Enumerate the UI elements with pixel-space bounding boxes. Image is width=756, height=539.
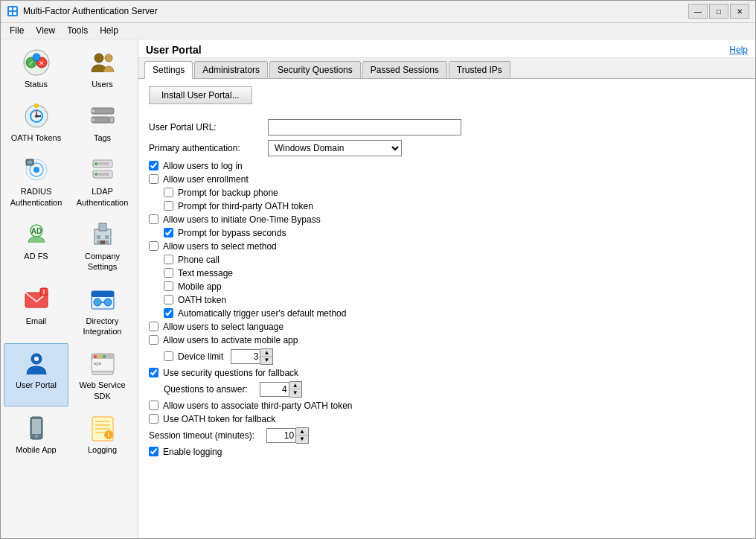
allow-select-method-label[interactable]: Allow users to select method bbox=[163, 241, 277, 252]
sidebar-item-radius[interactable]: RADIUS Authentication bbox=[4, 150, 68, 213]
sidebar-item-user-portal[interactable]: User Portal bbox=[4, 343, 68, 406]
auto-trigger-checkbox[interactable] bbox=[164, 308, 173, 318]
use-security-questions-checkbox[interactable] bbox=[149, 368, 158, 377]
mobile-app-method-checkbox[interactable] bbox=[164, 281, 173, 291]
svg-point-63 bbox=[35, 435, 38, 438]
sidebar-item-ldap[interactable]: LDAP Authentication bbox=[70, 150, 135, 213]
sidebar-item-logging[interactable]: i Logging bbox=[70, 408, 135, 460]
tab-passed-sessions[interactable]: Passed Sessions bbox=[362, 61, 447, 78]
sidebar-item-directory[interactable]: Directory Integration bbox=[70, 279, 135, 342]
questions-up[interactable]: ▲ bbox=[289, 382, 301, 389]
minimize-button[interactable]: — bbox=[688, 4, 708, 19]
text-message-checkbox[interactable] bbox=[164, 268, 173, 278]
svg-point-22 bbox=[92, 118, 94, 121]
allow-associate-oath-checkbox[interactable] bbox=[149, 401, 158, 410]
sidebar-item-users[interactable]: Users bbox=[70, 42, 135, 95]
allow-select-language-label[interactable]: Allow users to select language bbox=[163, 322, 284, 332]
device-limit-spinner-btns: ▲ ▼ bbox=[260, 348, 273, 365]
oath-token-label[interactable]: OATH token bbox=[178, 295, 226, 305]
sidebar-item-directory-label: Directory Integration bbox=[74, 316, 131, 337]
users-icon bbox=[88, 48, 118, 77]
sidebar-item-mobileapp[interactable]: Mobile App bbox=[4, 408, 68, 460]
user-portal-url-input[interactable] bbox=[268, 119, 461, 135]
allow-activate-mobile-checkbox[interactable] bbox=[149, 335, 158, 345]
menu-help[interactable]: Help bbox=[94, 24, 124, 37]
svg-text:i: i bbox=[107, 431, 109, 438]
device-limit-up[interactable]: ▲ bbox=[260, 349, 272, 357]
sidebar-item-tags[interactable]: Tags bbox=[70, 96, 135, 148]
menu-tools[interactable]: Tools bbox=[61, 24, 94, 37]
svg-rect-41 bbox=[97, 240, 100, 244]
use-oath-fallback-row: Use OATH token for fallback bbox=[149, 414, 745, 424]
prompt-bypass-label[interactable]: Prompt for bypass seconds bbox=[178, 228, 286, 238]
use-oath-fallback-label[interactable]: Use OATH token for fallback bbox=[163, 414, 275, 424]
device-limit-down[interactable]: ▼ bbox=[260, 357, 272, 364]
enable-logging-checkbox[interactable] bbox=[149, 447, 158, 456]
device-limit-label[interactable]: Device limit bbox=[178, 351, 223, 362]
mobile-app-method-label[interactable]: Mobile app bbox=[178, 281, 222, 292]
device-limit-spinner: ▲ ▼ bbox=[231, 348, 273, 365]
prompt-backup-phone-label[interactable]: Prompt for backup phone bbox=[178, 188, 278, 198]
allow-enrollment-label[interactable]: Allow user enrollment bbox=[163, 174, 249, 185]
sidebar-item-webservice[interactable]: </> Web Service SDK bbox=[70, 343, 135, 406]
svg-text:AD: AD bbox=[31, 227, 41, 235]
tab-security-questions[interactable]: Security Questions bbox=[269, 61, 361, 78]
enable-logging-row: Enable logging bbox=[149, 447, 745, 457]
prompt-oath-label[interactable]: Prompt for third-party OATH token bbox=[178, 201, 313, 211]
sidebar-item-company[interactable]: Company Settings bbox=[70, 214, 135, 278]
svg-rect-43 bbox=[100, 240, 105, 244]
sidebar-item-email[interactable]: ! Email bbox=[4, 279, 68, 342]
directory-icon bbox=[88, 284, 118, 314]
tab-trusted-ips[interactable]: Trusted IPs bbox=[449, 61, 510, 78]
session-timeout-up[interactable]: ▲ bbox=[296, 428, 308, 436]
menu-file[interactable]: File bbox=[4, 24, 30, 37]
session-timeout-value[interactable] bbox=[266, 428, 296, 443]
svg-rect-2 bbox=[13, 7, 16, 10]
session-timeout-down[interactable]: ▼ bbox=[296, 436, 308, 443]
sidebar-item-oath-tokens[interactable]: OATH Tokens bbox=[4, 96, 68, 148]
sidebar-item-status[interactable]: ✓ ✕ Status bbox=[4, 42, 68, 95]
sidebar-item-email-label: Email bbox=[26, 316, 47, 326]
allow-select-method-checkbox[interactable] bbox=[149, 241, 158, 251]
enable-logging-label[interactable]: Enable logging bbox=[163, 447, 222, 457]
sidebar-item-adfs[interactable]: AD AD FS bbox=[4, 214, 68, 278]
questions-down[interactable]: ▼ bbox=[289, 389, 301, 397]
allow-bypass-label[interactable]: Allow users to initiate One-Time Bypass bbox=[163, 214, 321, 225]
use-security-questions-label[interactable]: Use security questions for fallback bbox=[163, 368, 298, 378]
allow-login-checkbox[interactable] bbox=[149, 161, 158, 170]
device-limit-checkbox[interactable] bbox=[164, 351, 173, 361]
device-limit-value[interactable] bbox=[231, 349, 260, 364]
oath-token-checkbox[interactable] bbox=[164, 295, 173, 304]
allow-select-language-row: Allow users to select language bbox=[149, 322, 745, 332]
menu-view[interactable]: View bbox=[30, 24, 61, 37]
close-button[interactable]: ✕ bbox=[730, 4, 749, 19]
allow-associate-oath-label[interactable]: Allow users to associate third-party OAT… bbox=[163, 401, 353, 411]
allow-select-language-checkbox[interactable] bbox=[149, 322, 158, 331]
phone-call-label[interactable]: Phone call bbox=[178, 255, 220, 265]
use-oath-fallback-checkbox[interactable] bbox=[149, 414, 158, 424]
prompt-bypass-checkbox[interactable] bbox=[164, 228, 173, 237]
tags-icon bbox=[88, 101, 118, 131]
text-message-label[interactable]: Text message bbox=[178, 268, 233, 278]
phone-call-checkbox[interactable] bbox=[164, 255, 173, 264]
install-user-portal-button[interactable]: Install User Portal... bbox=[149, 86, 252, 104]
sidebar-item-oath-label: OATH Tokens bbox=[11, 133, 61, 143]
tab-administrators[interactable]: Administrators bbox=[194, 61, 268, 78]
allow-bypass-checkbox[interactable] bbox=[149, 214, 158, 224]
tab-settings[interactable]: Settings bbox=[144, 61, 193, 79]
questions-to-answer-value[interactable] bbox=[260, 382, 289, 397]
maximize-button[interactable]: □ bbox=[709, 4, 728, 19]
allow-login-label[interactable]: Allow users to log in bbox=[163, 161, 243, 171]
svg-rect-4 bbox=[13, 12, 16, 15]
auto-trigger-label[interactable]: Automatically trigger user's default met… bbox=[178, 308, 346, 319]
prompt-backup-phone-checkbox[interactable] bbox=[164, 188, 173, 197]
help-link[interactable]: Help bbox=[729, 45, 748, 55]
sidebar-item-logging-label: Logging bbox=[88, 444, 117, 455]
session-timeout-label: Session timeout (minutes): bbox=[149, 430, 254, 441]
allow-activate-mobile-label[interactable]: Allow users to activate mobile app bbox=[163, 335, 298, 345]
prompt-oath-checkbox[interactable] bbox=[164, 201, 173, 211]
allow-enrollment-checkbox[interactable] bbox=[149, 174, 158, 184]
svg-rect-48 bbox=[92, 291, 114, 297]
svg-point-53 bbox=[34, 357, 39, 361]
primary-auth-select[interactable]: Windows Domain RADIUS LDAP None bbox=[268, 140, 402, 156]
